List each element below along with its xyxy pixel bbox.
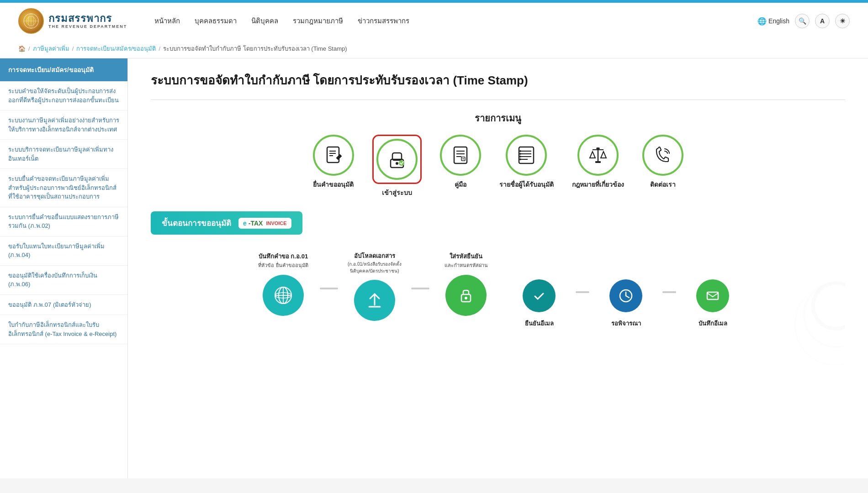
menu-label-manual: คู่มือ — [455, 179, 466, 189]
nav-home[interactable]: หน้าหลัก — [154, 14, 180, 28]
sidebar-item-3[interactable]: ระบบยื่นคำขอจดทะเบียนภาษีมูลค่าเพิ่มสำหร… — [0, 169, 127, 207]
menu-item-apply[interactable]: ยื่นคำขออนุมัติ — [313, 135, 354, 198]
sidebar-item-8[interactable]: ใบกำกับภาษีอิเล็กทรอนิกส์และใบรับอิเล็กท… — [0, 315, 127, 344]
menu-item-list[interactable]: รายชื่อผู้ได้รับอนุมัติ — [499, 135, 554, 198]
nav-corporate[interactable]: นิติบุคคล — [251, 14, 278, 28]
language-label: English — [768, 17, 789, 25]
steps-label: ขั้นตอนการขออนุมัติ — [162, 217, 231, 229]
language-button[interactable]: 🌐 English — [757, 17, 789, 26]
main-nav: หน้าหลัก บุคคลธรรมดา นิติบุคคล รวมกฎหมาย… — [154, 14, 757, 28]
logo-title: กรมสรรพากร — [48, 13, 127, 24]
svg-point-11 — [396, 162, 398, 165]
menu-item-manual[interactable]: คู่มือ — [440, 135, 481, 198]
menu-icon-list — [506, 135, 547, 176]
globe-icon: 🌐 — [757, 17, 767, 26]
sidebar-item-1[interactable]: ระบบงานภาษีมูลค่าเพิ่มอย่างง่ายสำหรับการ… — [0, 110, 127, 140]
breadcrumb-sep3: / — [159, 45, 160, 52]
etax-badge: e -TAX INVOICE — [238, 218, 291, 229]
breadcrumb-home-icon[interactable]: 🏠 — [18, 45, 26, 52]
page-title: ระบบการขอจัดทำใบกำกับภาษี โดยการประทับรั… — [151, 72, 845, 89]
header-tools: 🌐 English 🔍 A ☀ — [757, 14, 850, 28]
breadcrumb-current: ระบบการขอจัดทำใบกำกับภาษี โดยการประทับรั… — [163, 44, 347, 53]
breadcrumb-register[interactable]: การจดทะเบียน/สมัคร/ขออนุมัติ — [76, 44, 156, 53]
flow-diagram: บันทึกคำขอ ก.อ.01 ที่หัวข้อ ยื่นคำขออนุม… — [151, 251, 845, 328]
svg-point-39 — [465, 297, 467, 299]
breadcrumb: 🏠 / ภาษีมูลค่าเพิ่ม / การจดทะเบียน/สมัคร… — [0, 39, 868, 58]
svg-point-32 — [596, 147, 600, 149]
flow-icon-5 — [609, 279, 642, 312]
svg-point-25 — [519, 150, 521, 152]
connector-1 — [320, 288, 338, 289]
svg-point-27 — [519, 156, 521, 157]
sidebar: การจดทะเบียน/สมัคร/ขออนุมัติ ระบบคำขอให้… — [0, 58, 128, 478]
menu-label-login: เข้าสู่ระบบ — [382, 188, 412, 198]
flow-label-3: ใส่รหัสยืนยัน และกำหนดรหัสผ่าน — [445, 251, 488, 269]
svg-rect-5 — [327, 147, 339, 163]
svg-line-42 — [626, 296, 629, 298]
logo-text: กรมสรรพากร THE REVENUE DEPARTMENT — [48, 13, 127, 29]
menu-item-contact[interactable]: ติดต่อเรา — [642, 135, 683, 198]
content-area: ระบบการขอจัดทำใบกำกับภาษี โดยการประทับรั… — [128, 58, 868, 478]
flow-icon-3 — [445, 275, 487, 316]
flow-step-2: อัปโหลดเอกสาร (ก.อ.01/หนังสือรับรองจัดตั… — [338, 251, 411, 321]
svg-rect-43 — [707, 292, 718, 299]
font-button[interactable]: A — [815, 14, 830, 28]
breadcrumb-sep2: / — [72, 45, 74, 52]
sidebar-item-0[interactable]: ระบบคำขอให้จัดระดับเป็นผู้ประกอบการส่งออ… — [0, 81, 127, 110]
flow-icon-1 — [263, 275, 304, 316]
flow-step-4: ยืนยันอีเมล — [503, 274, 576, 328]
decorative-circles — [790, 278, 845, 371]
logo-icon — [18, 8, 44, 34]
menu-icons-row: ยื่นคำขออนุมัติ — [151, 135, 845, 198]
menu-label-law: กฎหมายที่เกี่ยวข้อง — [572, 179, 624, 189]
svg-point-13 — [399, 160, 404, 166]
svg-point-26 — [519, 153, 521, 155]
svg-rect-20 — [519, 147, 534, 163]
logo-area: กรมสรรพากร THE REVENUE DEPARTMENT — [18, 8, 127, 34]
sidebar-item-4[interactable]: ระบบการยื่นคำขอยื่นแบบแสดงรายการภาษีรวมก… — [0, 207, 127, 236]
menu-label-apply: ยื่นคำขออนุมัติ — [313, 179, 354, 189]
search-button[interactable]: 🔍 — [795, 14, 810, 28]
nav-individual[interactable]: บุคคลธรรมดา — [195, 14, 237, 28]
svg-rect-14 — [454, 147, 467, 163]
menu-icon-law — [577, 135, 619, 176]
flow-step-5: รอพิจารณา — [589, 274, 662, 328]
breadcrumb-vat[interactable]: ภาษีมูลค่าเพิ่ม — [33, 44, 69, 53]
flow-icon-4 — [523, 279, 556, 312]
flow-label-bottom-4: ยืนยันอีเมล — [525, 319, 554, 328]
divider — [151, 100, 845, 100]
header: กรมสรรพากร THE REVENUE DEPARTMENT หน้าหล… — [0, 3, 868, 39]
flow-label-bottom-6: บันทึกอีเมล — [699, 319, 727, 328]
flow-step-3: ใส่รหัสยืนยัน และกำหนดรหัสผ่าน — [429, 251, 503, 316]
sidebar-item-5[interactable]: ขอรับใบแทนใบทะเบียนภาษีมูลค่าเพิ่ม (ภ.พ.… — [0, 236, 127, 266]
flow-label-1: บันทึกคำขอ ก.อ.01 ที่หัวข้อ ยื่นคำขออนุม… — [258, 251, 308, 269]
connector-2 — [411, 288, 429, 289]
theme-button[interactable]: ☀ — [835, 14, 850, 28]
logo-subtitle: THE REVENUE DEPARTMENT — [48, 24, 127, 29]
sidebar-item-6[interactable]: ขออนุมัติใช้เครื่องบันทึกการเก็บเงิน (ภ.… — [0, 266, 127, 295]
steps-banner: ขั้นตอนการขออนุมัติ e -TAX INVOICE — [151, 211, 302, 235]
sidebar-item-7[interactable]: ขออนุมัติ ภ.พ.07 (มิเตอร์หัวจ่าย) — [0, 295, 127, 315]
nav-tax-law[interactable]: รวมกฎหมายภาษี — [293, 14, 343, 28]
flow-step-6: บันทึกอีเมล — [676, 274, 749, 328]
svg-point-44 — [813, 283, 845, 329]
menu-highlight-border — [372, 135, 422, 184]
menu-icon-manual — [440, 135, 481, 176]
menu-section-title: รายการเมนู — [151, 111, 845, 126]
svg-point-28 — [519, 158, 521, 160]
menu-icon-login — [376, 139, 418, 180]
menu-section: รายการเมนู ยื่นคำขออนุมัติ — [151, 111, 845, 198]
nav-news[interactable]: ข่าวกรมสรรพากร — [358, 14, 409, 28]
menu-item-law[interactable]: กฎหมายที่เกี่ยวข้อง — [572, 135, 624, 198]
flow-label-2: อัปโหลดเอกสาร (ก.อ.01/หนังสือรับรองจัดตั… — [338, 251, 411, 274]
breadcrumb-sep1: / — [28, 45, 30, 52]
menu-label-contact: ติดต่อเรา — [650, 179, 676, 189]
sidebar-item-2[interactable]: ระบบบริการจดทะเบียนภาษีมูลค่าเพิ่มทางอิน… — [0, 140, 127, 169]
menu-label-list: รายชื่อผู้ได้รับอนุมัติ — [499, 179, 554, 189]
flow-icon-6 — [696, 279, 729, 312]
svg-rect-31 — [595, 161, 601, 163]
sidebar-header: การจดทะเบียน/สมัคร/ขออนุมัติ — [0, 58, 127, 81]
flow-label-bottom-5: รอพิจารณา — [611, 319, 641, 328]
menu-item-login[interactable]: เข้าสู่ระบบ — [372, 135, 422, 198]
flow-icon-2 — [354, 280, 395, 321]
